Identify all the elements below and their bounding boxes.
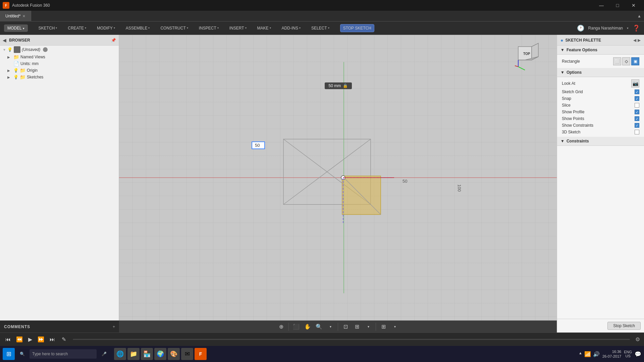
named-views-expand-icon[interactable]: ▶	[7, 55, 12, 59]
tabbar-expand[interactable]: ▲	[637, 14, 641, 18]
rect-type-3[interactable]: ▣	[631, 57, 639, 65]
taskbar-search[interactable]: Type here to search	[30, 349, 97, 359]
constraints-header[interactable]: ▼ Constraints	[557, 137, 644, 146]
tab-close-icon[interactable]: ×	[22, 13, 25, 19]
playback-next-button[interactable]: ⏩	[36, 335, 46, 344]
model-button[interactable]: MODEL ▾	[4, 24, 28, 32]
nav-modify[interactable]: MODIFY▾	[94, 24, 118, 32]
grid-layout-dropdown[interactable]: ▾	[389, 322, 400, 331]
3d-sketch-checkbox[interactable]	[635, 130, 639, 134]
tree-units[interactable]: 📄 Units: mm	[0, 60, 119, 67]
blender-icon[interactable]: 🎨	[168, 348, 180, 360]
palette-left-arrow[interactable]: ◀	[633, 38, 636, 43]
show-points-checkbox[interactable]: ✓	[635, 116, 639, 121]
browser-collapse-icon[interactable]: ◀	[3, 38, 6, 43]
notification-icon[interactable]: 💬	[635, 351, 641, 357]
zoom-btn[interactable]: 🔍	[314, 322, 324, 331]
nav-select[interactable]: SELECT▾	[309, 24, 332, 32]
rect-type-2[interactable]: ◇	[622, 57, 630, 65]
rectangle-label: Rectangle	[562, 59, 580, 64]
close-button[interactable]: ✕	[626, 0, 641, 11]
tray-up-arrow[interactable]: ▲	[579, 351, 582, 357]
tabbar: Untitled* × ▲	[0, 11, 644, 21]
slice-row: Slice	[560, 102, 641, 109]
playback-edit-button[interactable]: ✎	[60, 335, 67, 344]
taskbar-apps: 🌐 📁 🏪 🌍 🎨 ✉ F	[114, 348, 207, 360]
show-constraints-checkbox[interactable]: ✓	[635, 123, 639, 128]
playback-last-button[interactable]: ⏭	[48, 335, 56, 344]
stop-sketch-nav[interactable]: STOP SKETCH	[340, 24, 374, 32]
tree-root[interactable]: ▼ 💡 (Unsaved)	[0, 46, 119, 54]
palette-title: SKETCH PALETTE	[565, 38, 631, 43]
display-settings-btn[interactable]: ⬛	[291, 322, 302, 331]
maximize-button[interactable]: □	[610, 0, 625, 11]
grid-display-btn[interactable]: ⊡	[340, 322, 351, 331]
show-profile-checkbox[interactable]: ✓	[635, 110, 639, 114]
nav-construct[interactable]: CONSTRUCT▾	[158, 24, 191, 32]
comments-panel: COMMENTS +	[0, 320, 119, 333]
chrome-icon[interactable]: 🌍	[154, 348, 166, 360]
sketches-expand-icon[interactable]: ▶	[7, 75, 12, 79]
palette-collapse-icons[interactable]: ◀ ▶	[633, 38, 641, 43]
nav-inspect[interactable]: INSPECT▾	[196, 24, 221, 32]
explorer-icon[interactable]: 📁	[127, 348, 140, 360]
stop-sketch-button[interactable]: Stop Sketch	[607, 322, 641, 330]
playback-settings-button[interactable]: ⚙	[635, 336, 640, 343]
sketch-grid-checkbox[interactable]: ✓	[635, 89, 639, 94]
browser-pin-icon[interactable]: 📌	[111, 38, 116, 43]
playback-prev-button[interactable]: ⏪	[15, 335, 24, 344]
slice-label: Slice	[562, 103, 571, 108]
snap-checkbox[interactable]: ✓	[635, 96, 639, 101]
app-icon: F	[3, 2, 9, 9]
nav-make[interactable]: MAKE▾	[255, 24, 274, 32]
root-expand-icon[interactable]: ▼	[3, 48, 6, 52]
slice-checkbox[interactable]	[635, 103, 639, 108]
help-icon[interactable]: ❓	[633, 24, 640, 32]
palette-right-arrow[interactable]: ▶	[638, 38, 641, 43]
sketches-folder-icon: 📁	[20, 74, 25, 80]
nav-addins[interactable]: ADD-INS▾	[279, 24, 303, 32]
snap-btn[interactable]: ⊕	[276, 322, 286, 331]
grid-layout-btn[interactable]: ⊞	[378, 322, 389, 331]
mail-icon[interactable]: ✉	[181, 348, 193, 360]
options-header[interactable]: ▼ Options	[557, 68, 644, 77]
view-cube[interactable]: TOP	[513, 42, 543, 75]
playback-play-button[interactable]: ▶	[27, 335, 34, 344]
view-options-btn[interactable]: ⊞	[352, 322, 362, 331]
rectangle-type-buttons: ⬜ ◇ ▣	[613, 57, 639, 65]
tree-sketches[interactable]: ▶ 💡 📁 Sketches	[0, 74, 119, 80]
rect-type-1[interactable]: ⬜	[613, 57, 621, 65]
window-controls: — □ ✕	[594, 0, 641, 11]
feature-options-header[interactable]: ▼ Feature Options	[557, 46, 644, 55]
tree-named-views[interactable]: ▶ 📁 Named Views	[0, 54, 119, 60]
nav-sketch[interactable]: SKETCH▾	[36, 24, 60, 32]
canvas-area[interactable]: 50 100 50 mm 🔒 50	[119, 35, 557, 320]
taskbar-right: ▲ 📶 🔊 16:36 26-07-2017 ENG US 💬	[579, 349, 641, 359]
nav-assemble[interactable]: ASSEMBLE▾	[123, 24, 153, 32]
fusion-taskbar-icon[interactable]: F	[195, 348, 207, 360]
zoom-dropdown[interactable]: ▾	[325, 322, 336, 331]
tree-origin[interactable]: ▶ 💡 📁 Origin	[0, 67, 119, 74]
comments-pin-icon[interactable]: +	[113, 324, 115, 329]
origin-expand-icon[interactable]: ▶	[7, 69, 12, 72]
start-button[interactable]: ⊞	[3, 348, 15, 360]
dimension-input-box[interactable]: 50	[252, 141, 265, 149]
playback-first-button[interactable]: ⏮	[4, 335, 12, 344]
nav-insert[interactable]: INSERT▾	[227, 24, 249, 32]
sketch-grid-row: Sketch Grid ✓	[560, 88, 641, 95]
active-tab[interactable]: Untitled* ×	[0, 11, 31, 21]
history-icon[interactable]: 🕐	[577, 24, 584, 32]
view-options-dropdown[interactable]: ▾	[363, 322, 374, 331]
store-icon[interactable]: 🏪	[141, 348, 153, 360]
cortana-icon[interactable]: 🎤	[98, 348, 110, 360]
svg-line-3	[283, 139, 371, 204]
separator1	[288, 323, 289, 331]
nav-create[interactable]: CREATE▾	[65, 24, 89, 32]
search-icon-taskbar[interactable]: 🔍	[16, 348, 28, 360]
palette-spacer	[557, 159, 644, 319]
edge-icon[interactable]: 🌐	[114, 348, 126, 360]
options-arrow: ▼	[560, 70, 565, 75]
look-at-button[interactable]: 📷	[631, 79, 639, 87]
minimize-button[interactable]: —	[594, 0, 609, 11]
pan-btn[interactable]: ✋	[302, 322, 313, 331]
